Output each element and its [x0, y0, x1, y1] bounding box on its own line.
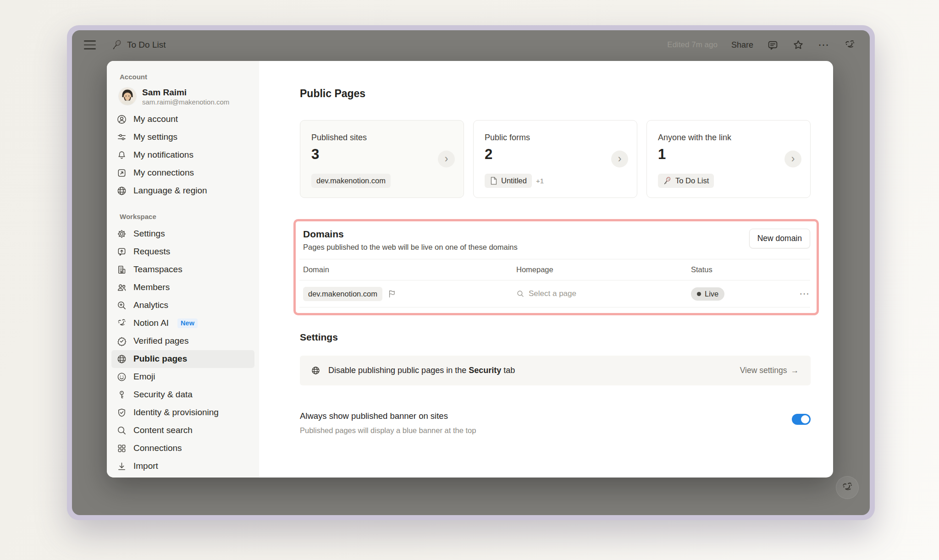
chevron-right-icon[interactable]: ›	[611, 151, 628, 168]
document-icon	[490, 176, 497, 185]
download-icon	[116, 461, 127, 472]
search-icon	[516, 290, 525, 298]
sidebar-item-members[interactable]: Members	[111, 279, 254, 296]
smiley-icon	[116, 372, 127, 382]
sidebar-item-security-data[interactable]: Security & data	[111, 386, 254, 404]
grid-icon	[116, 443, 127, 454]
site-chip[interactable]: dev.makenotion.com	[311, 174, 391, 188]
page-title: To Do List	[127, 40, 166, 50]
sidebar-item-verified-pages[interactable]: Verified pages	[111, 332, 254, 350]
shield-check-icon	[116, 407, 127, 418]
user-profile: Sam Raimi sam.raimi@makenotion.com	[111, 85, 254, 108]
sidebar-item-public-pages[interactable]: Public pages	[111, 350, 254, 368]
security-note: Disable publishing public pages in the S…	[300, 356, 811, 385]
globe-icon	[116, 186, 127, 196]
verified-badge-icon	[116, 336, 127, 346]
flag-icon[interactable]	[387, 289, 397, 298]
sidebar-item-import[interactable]: Import	[111, 457, 254, 475]
sidebar-item-analytics[interactable]: Analytics	[111, 296, 254, 314]
sidebar-menu-icon[interactable]	[84, 40, 96, 49]
notion-app-dimmed: To Do List Edited 7m ago Share	[72, 30, 870, 515]
form-chip[interactable]: Untitled	[485, 174, 532, 188]
bell-icon	[116, 150, 127, 160]
user-name: Sam Raimi	[142, 87, 229, 98]
globe-icon	[311, 366, 320, 375]
homepage-placeholder: Select a page	[529, 289, 576, 298]
edited-timestamp: Edited 7m ago	[667, 40, 718, 49]
bubble-up-arrow-icon	[116, 247, 127, 257]
summary-cards: Published sites 3 dev.makenotion.com › P…	[300, 120, 811, 198]
topbar: To Do List Edited 7m ago Share	[72, 30, 870, 60]
sidebar-item-my-connections[interactable]: My connections	[111, 164, 254, 182]
toggle-knob	[801, 415, 809, 423]
building-icon	[116, 264, 127, 275]
sidebar-item-my-notifications[interactable]: My notifications	[111, 146, 254, 164]
sidebar-item-identity-provisioning[interactable]: Identity & provisioning	[111, 404, 254, 422]
account-section-header: Account	[111, 73, 254, 81]
sidebar-item-emoji[interactable]: Emoji	[111, 368, 254, 386]
magnifier-plus-icon	[116, 300, 127, 311]
arrow-right-icon: →	[791, 366, 799, 375]
key-icon	[116, 390, 127, 400]
sidebar-item-teamspaces[interactable]: Teamspaces	[111, 261, 254, 279]
domain-table-row: dev.makenotion.com Select a page	[299, 280, 810, 307]
banner-setting-row: Always show published banner on sites Pu…	[300, 411, 811, 435]
badminton-racket-icon	[663, 176, 672, 185]
sidebar-item-content-search[interactable]: Content search	[111, 422, 254, 439]
banner-toggle[interactable]	[792, 414, 811, 425]
domain-chip[interactable]: dev.makenotion.com	[303, 287, 382, 301]
anyone-with-link-card[interactable]: Anyone with the link 1	[646, 120, 811, 198]
people-icon	[116, 282, 127, 293]
view-settings-link[interactable]: View settings →	[740, 366, 799, 375]
sidebar-item-notion-ai[interactable]: Notion AI New	[111, 314, 254, 332]
domains-subtitle: Pages published to the web will be live …	[303, 243, 518, 252]
published-sites-card[interactable]: Published sites 3 dev.makenotion.com ›	[300, 120, 464, 198]
new-badge: New	[177, 318, 198, 328]
sidebar-item-connections[interactable]: Connections	[111, 439, 254, 457]
domains-title: Domains	[303, 229, 518, 240]
row-more-options-icon[interactable]: ⋯	[794, 289, 810, 299]
user-email: sam.raimi@makenotion.com	[142, 98, 229, 106]
new-domain-button[interactable]: New domain	[749, 229, 810, 248]
banner-setting-subtitle: Published pages will display a blue bann…	[300, 426, 476, 435]
sidebar-item-language-region[interactable]: Language & region	[111, 182, 254, 200]
settings-sidebar: Account	[107, 61, 259, 478]
screen: To Do List Edited 7m ago Share	[0, 0, 939, 560]
comments-icon[interactable]	[767, 39, 779, 51]
public-pages-panel: Public Pages Published sites 3 dev.maken…	[259, 61, 833, 478]
avatar	[119, 88, 136, 105]
page-chip[interactable]: To Do List	[658, 174, 714, 188]
app-window: To Do List Edited 7m ago Share	[67, 25, 875, 520]
notion-ai-icon[interactable]	[844, 39, 856, 51]
homepage-select[interactable]: Select a page	[516, 289, 691, 298]
person-circle-icon	[116, 114, 127, 125]
sidebar-item-requests[interactable]: Requests	[111, 243, 254, 261]
public-forms-card[interactable]: Public forms 2 Untitled +1	[473, 120, 637, 198]
sidebar-item-my-settings[interactable]: My settings	[111, 128, 254, 146]
security-note-text: Disable publishing public pages in the S…	[328, 366, 515, 375]
live-dot-icon	[697, 292, 701, 296]
arrow-out-box-icon	[116, 168, 127, 178]
search-icon	[116, 425, 127, 436]
ai-floating-button[interactable]	[836, 476, 859, 499]
panel-title: Public Pages	[300, 88, 811, 100]
sidebar-item-my-account[interactable]: My account	[111, 110, 254, 128]
settings-heading: Settings	[300, 332, 811, 343]
workspace-section-header: Workspace	[111, 213, 254, 220]
more-forms-count: +1	[536, 177, 544, 185]
share-button[interactable]: Share	[731, 40, 753, 50]
public-forms-count: 2	[485, 146, 626, 163]
sidebar-item-settings[interactable]: Settings	[111, 225, 254, 243]
sliders-icon	[116, 132, 127, 143]
status-badge: Live	[691, 287, 724, 301]
more-options-icon[interactable]: ⋯	[818, 39, 830, 50]
chevron-right-icon[interactable]: ›	[438, 151, 455, 168]
settings-modal: Account	[107, 61, 833, 478]
banner-setting-title: Always show published banner on sites	[300, 411, 476, 421]
chevron-right-icon[interactable]: ›	[784, 151, 801, 168]
favorite-star-icon[interactable]	[792, 39, 804, 51]
notion-ai-icon	[841, 481, 854, 494]
breadcrumb[interactable]: To Do List	[111, 39, 166, 50]
link-pages-count: 1	[658, 146, 799, 163]
gear-icon	[116, 229, 127, 239]
